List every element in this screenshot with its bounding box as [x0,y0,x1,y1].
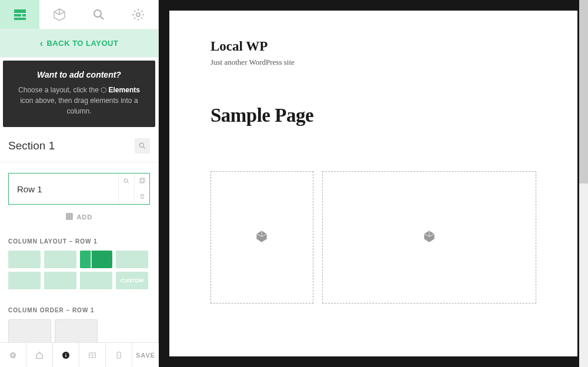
cube-icon [52,8,66,22]
section-search-button[interactable] [135,138,150,154]
svg-rect-2 [22,14,26,16]
chevron-left-icon: ‹ [40,38,44,49]
svg-point-6 [136,13,140,16]
row-search-button[interactable] [119,174,134,189]
row-name: Row 1 [9,174,118,204]
svg-point-7 [139,143,143,147]
column-layout-label: COLUMN LAYOUT – ROW 1 [8,238,150,245]
help-desc: Choose a layout, click the ⬡ Elements ic… [14,85,145,116]
bottom-bar: i SAVE [0,342,159,367]
cube-placeholder-icon [254,229,269,246]
layout-2col-1-2[interactable] [80,251,112,268]
column-order-label: COLUMN ORDER – ROW 1 [8,307,150,313]
layout-2col-even[interactable] [44,251,76,268]
column-dropzone-2[interactable] [322,171,536,303]
svg-rect-0 [14,9,26,13]
preview-scrollbar[interactable] [579,0,588,367]
svg-rect-3 [14,18,26,20]
row-actions [118,174,149,204]
layout-icon [13,8,27,22]
undo-icon [8,351,18,360]
column-dropzone-1[interactable] [211,171,313,303]
layout-4col[interactable] [44,272,76,289]
row-delete-button[interactable] [134,189,149,204]
back-to-layout-button[interactable]: ‹ BACK TO LAYOUT [0,29,158,58]
svg-rect-19 [117,352,121,358]
tab-settings[interactable] [119,0,158,29]
section-body: Row 1 [0,162,158,367]
help-box: Want to add content? Choose a layout, cl… [3,61,155,127]
search-icon [92,8,106,22]
trash-icon [139,193,146,200]
mobile-button[interactable] [106,343,132,367]
help-title: Want to add content? [14,69,145,81]
layout-3col[interactable] [8,272,41,289]
gear-icon [131,8,145,22]
mobile-icon [115,351,123,359]
svg-rect-1 [14,14,21,16]
tab-layout[interactable] [0,0,39,29]
copy-icon [139,178,146,185]
site-tagline: Just another WordPress site [211,58,536,67]
site-title: Local WP [211,39,536,54]
cube-icon-inline: ⬡ [101,86,106,94]
top-tabs [0,0,158,29]
layout-custom[interactable]: CUSTOM [116,272,148,289]
section-name[interactable]: Section 1 [8,139,130,152]
page-title: Sample Page [211,105,536,126]
svg-line-10 [128,182,129,184]
plus-icon [66,213,73,220]
svg-line-8 [143,147,145,149]
layout-2col-2-1[interactable] [116,251,148,268]
svg-point-9 [124,179,128,182]
search-icon [138,142,146,150]
add-row-button[interactable]: ADD [8,213,150,221]
preview-canvas[interactable]: Local WP Just another WordPress site Sam… [169,11,577,356]
section-header: Section 1 [0,130,158,162]
cube-placeholder-icon [422,229,437,246]
layout-1col[interactable] [8,251,41,268]
home-icon [35,351,44,360]
order-option-1[interactable] [8,319,51,343]
add-label: ADD [76,213,92,221]
info-button[interactable]: i [53,343,79,367]
order-option-2[interactable] [55,319,98,343]
row-duplicate-button[interactable] [134,174,149,189]
skeleton-button[interactable] [79,343,106,367]
skeleton-icon [88,351,97,360]
save-button[interactable]: SAVE [132,343,159,367]
undo-button[interactable] [0,343,26,367]
svg-line-5 [101,16,103,19]
home-button[interactable] [26,343,53,367]
row-item[interactable]: Row 1 [8,173,150,205]
column-order-options [8,319,150,343]
sidebar: ‹ BACK TO LAYOUT Want to add content? Ch… [0,0,159,367]
column-layout-options: CUSTOM [8,251,150,289]
info-icon: i [61,351,71,360]
save-label: SAVE [136,352,155,359]
svg-point-4 [94,10,101,17]
tab-inspector[interactable] [79,0,119,29]
preview-frame: Local WP Just another WordPress site Sam… [159,0,588,367]
layout-5col[interactable] [80,272,112,289]
search-icon [123,178,130,185]
tab-elements[interactable] [39,0,79,29]
back-label: BACK TO LAYOUT [46,39,118,48]
scrollbar-thumb[interactable] [579,0,588,184]
row-columns [211,171,536,303]
